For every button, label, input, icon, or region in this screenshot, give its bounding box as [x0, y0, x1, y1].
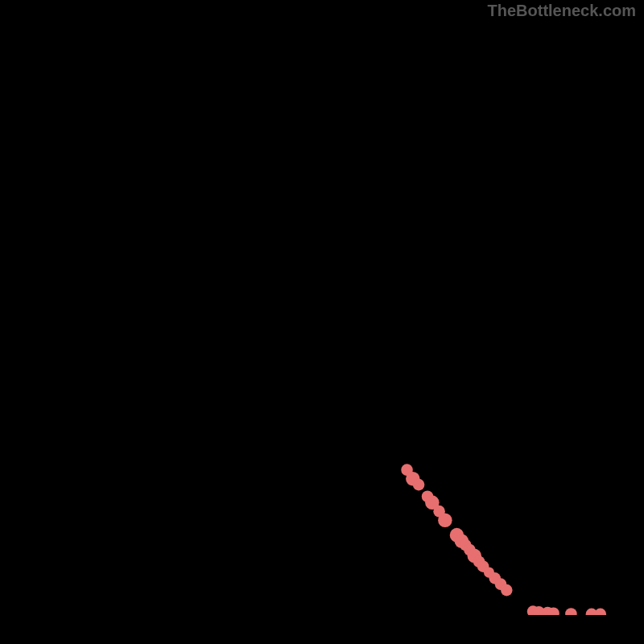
data-markers [401, 464, 606, 615]
chart-svg [29, 23, 615, 615]
curve-line [29, 23, 615, 614]
plot-area [29, 23, 615, 615]
data-marker [565, 608, 577, 615]
data-marker [413, 479, 425, 491]
chart-container: TheBottleneck.com [0, 0, 644, 644]
data-marker [438, 513, 452, 527]
data-marker [595, 609, 607, 615]
data-marker [501, 584, 513, 597]
attribution-label: TheBottleneck.com [488, 2, 636, 20]
